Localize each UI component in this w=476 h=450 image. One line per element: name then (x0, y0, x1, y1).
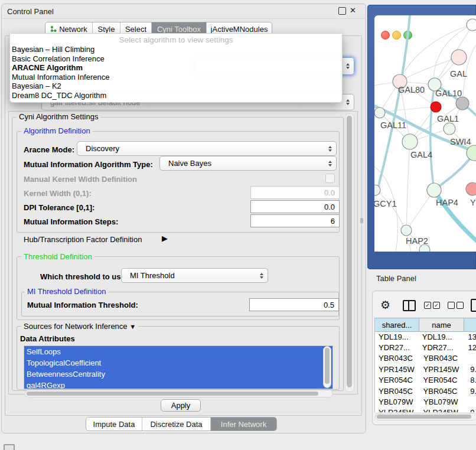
network-canvas[interactable]: GALGAL80GAL10GAL1GAL11GAL4SWI4GCY1HAP4YH… (374, 15, 476, 252)
table-row[interactable]: YDR27...YDR27...12 (375, 342, 476, 353)
table-cell: YDR27... (375, 343, 421, 352)
table-cell: YER054C (375, 376, 422, 384)
network-node[interactable] (431, 102, 441, 112)
table-cell: 8. (468, 376, 476, 384)
tab-infer-network[interactable]: Infer Network (211, 418, 276, 431)
export-table-icon[interactable] (471, 299, 476, 312)
attributes-scrollbar[interactable] (323, 346, 331, 388)
aracne-mode-label: Aracne Mode: (24, 145, 74, 154)
screen: Control Panel ✕ Network Style Select Cyn… (0, 0, 476, 450)
table-cell: YLR345W (422, 408, 468, 412)
table-row[interactable]: YDL19...YDL19...13 (375, 331, 476, 342)
network-node[interactable] (467, 19, 476, 31)
network-view-window[interactable]: GALGAL80GAL10GAL1GAL11GAL4SWI4GCY1HAP4YH… (374, 15, 476, 252)
spinner-arrows-icon (346, 99, 350, 105)
settings-scrollbar[interactable] (345, 113, 354, 392)
data-attributes-label: Data Attributes (20, 334, 75, 343)
spinner-arrows-icon (328, 146, 332, 152)
collapsed-panel-icon[interactable] (4, 444, 15, 450)
algorithm-option[interactable]: Mutual Information Inference (10, 73, 342, 82)
split-pane-grip[interactable] (360, 218, 363, 223)
network-node[interactable] (419, 244, 430, 252)
spinner-arrows-icon (328, 161, 332, 167)
gear-icon[interactable]: ⚙ (380, 299, 390, 311)
mi-algorithm-type-select[interactable]: Naive Bayes (159, 156, 337, 171)
mi-threshold-field[interactable]: 0.5 (249, 298, 339, 311)
network-node-label: SWI4 (450, 137, 471, 146)
select-all-columns-icon[interactable]: ✓✓ (424, 302, 440, 309)
network-node-gal[interactable] (451, 50, 467, 65)
mi-threshold-label: Mutual Information Threshold: (27, 301, 138, 309)
cyni-algorithm-settings-title: Cyni Algorithm Settings (17, 113, 100, 121)
spinner-arrows-icon (260, 273, 263, 279)
split-columns-icon[interactable] (403, 300, 416, 311)
aracne-mode-select[interactable]: Discovery (77, 141, 337, 156)
table-cell: YBL079W (375, 397, 422, 406)
algorithm-definition-title: Algorithm Definition (21, 127, 93, 135)
column-header-shared-name[interactable]: shared... (375, 318, 419, 332)
mi-steps-label: Mutual Information Steps: (24, 217, 118, 226)
algorithm-option-list: Bayesian – Hill ClimbingBasic Correlatio… (10, 45, 342, 100)
table-row[interactable]: YLR345WYLR345W9. (375, 407, 476, 412)
expand-arrow-icon[interactable]: ▶ (162, 234, 168, 243)
close-window-icon[interactable]: ✕ (349, 6, 357, 14)
network-node-y[interactable] (466, 182, 476, 195)
dpi-tolerance-field[interactable]: 0.0 (250, 200, 340, 213)
which-threshold-value: MI Threshold (122, 271, 175, 280)
float-window-icon[interactable] (338, 7, 346, 15)
table-row[interactable]: YPR145WYPR145W9. (375, 364, 476, 374)
control-panel-titlebar[interactable] (1, 4, 365, 19)
dropdown-placeholder: Select algorithm to view settings (10, 35, 342, 44)
deselect-all-columns-icon[interactable] (448, 302, 464, 309)
table-row[interactable]: YBL079WYBL079W (375, 396, 476, 407)
table-cell: 9. (468, 408, 476, 412)
table-hscrollbar[interactable] (375, 413, 476, 420)
data-attribute-item[interactable]: TopologicalCoefficient (24, 357, 332, 369)
algorithm-option[interactable]: Basic Correlation Inference (10, 54, 342, 64)
network-node-gal1[interactable] (444, 123, 455, 135)
table-row[interactable]: YBR045CYBR045C9. (375, 386, 476, 396)
apply-button[interactable]: Apply (161, 399, 201, 412)
spinner-arrows-icon (346, 63, 350, 69)
network-node-hap4[interactable] (427, 183, 441, 197)
algorithm-option[interactable]: ARACNE Algorithm (10, 63, 342, 73)
table-row[interactable]: YER054CYER054C8. (375, 375, 476, 386)
table-cell: YDL19... (421, 332, 466, 341)
which-threshold-select[interactable]: MI Threshold (121, 268, 268, 283)
mi-steps-field[interactable]: 6 (250, 214, 340, 227)
data-attribute-item[interactable]: BetweennessCentrality (24, 369, 332, 380)
cyni-bottom-tabbar: Impute Data Discretize Data Infer Networ… (86, 417, 277, 431)
collapse-arrow-icon[interactable]: ▼ (129, 323, 136, 330)
table-row[interactable]: YBR043CYBR043C (375, 353, 476, 364)
table-cell: 13 (466, 332, 476, 341)
aracne-mode-value: Discovery (77, 144, 119, 153)
sources-title: Sources for Network Inference (24, 322, 128, 331)
algorithm-option[interactable]: Bayesian – K2 (10, 81, 342, 91)
tab-impute-data[interactable]: Impute Data (86, 418, 142, 431)
data-attributes-list[interactable]: SelfLoopsTopologicalCoefficientBetweenne… (24, 345, 333, 389)
network-node-label: GAL1 (437, 114, 459, 123)
table-cell: YPR145W (375, 365, 422, 374)
column-header-name[interactable]: name (419, 318, 464, 332)
table-cell: YPR145W (422, 365, 468, 374)
data-attribute-item[interactable]: SelfLoops (24, 346, 332, 357)
kernel-width-field[interactable]: 0.0 (250, 186, 340, 199)
network-node-gal11[interactable] (374, 107, 385, 118)
data-attribute-item[interactable]: gal4RGexp (24, 380, 332, 389)
table-cell: YBR045C (422, 387, 468, 396)
attributes-hscrollbar[interactable] (25, 390, 333, 397)
manual-kernel-width-checkbox[interactable] (325, 174, 335, 183)
tab-discretize-data[interactable]: Discretize Data (142, 418, 211, 431)
network-node[interactable] (456, 97, 469, 110)
network-node-hap2[interactable] (401, 225, 412, 236)
network-node-label: GAL (450, 69, 467, 79)
algorithm-dropdown-popup: Select algorithm to view settings Infere… (9, 33, 343, 103)
table-cell: YBL079W (422, 397, 468, 406)
network-node-label: GCY1 (374, 199, 397, 208)
algorithm-option[interactable]: Dream8 DC_TDC Algorithm (10, 91, 342, 100)
mi-algorithm-type-value: Naive Bayes (160, 159, 211, 168)
node-table[interactable]: shared... name YDL19...YDL19...13YDR27..… (374, 318, 476, 412)
column-header-partial[interactable] (464, 318, 476, 332)
algorithm-option[interactable]: Bayesian – Hill Climbing (10, 45, 342, 54)
network-node-gal4[interactable] (402, 134, 418, 149)
